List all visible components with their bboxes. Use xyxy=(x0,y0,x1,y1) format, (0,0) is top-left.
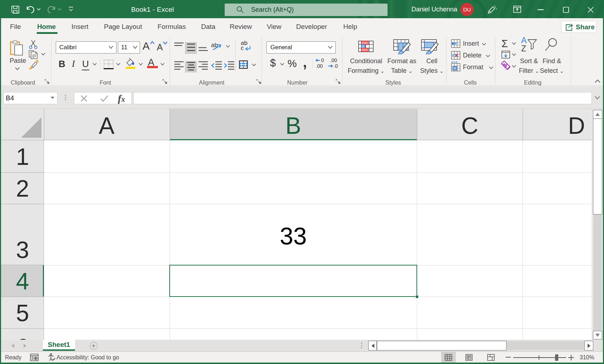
svg-text:.0: .0 xyxy=(334,63,338,69)
svg-text:.00: .00 xyxy=(330,58,337,63)
svg-text:0: 0 xyxy=(321,58,324,63)
svg-text:.00: .00 xyxy=(316,63,323,69)
